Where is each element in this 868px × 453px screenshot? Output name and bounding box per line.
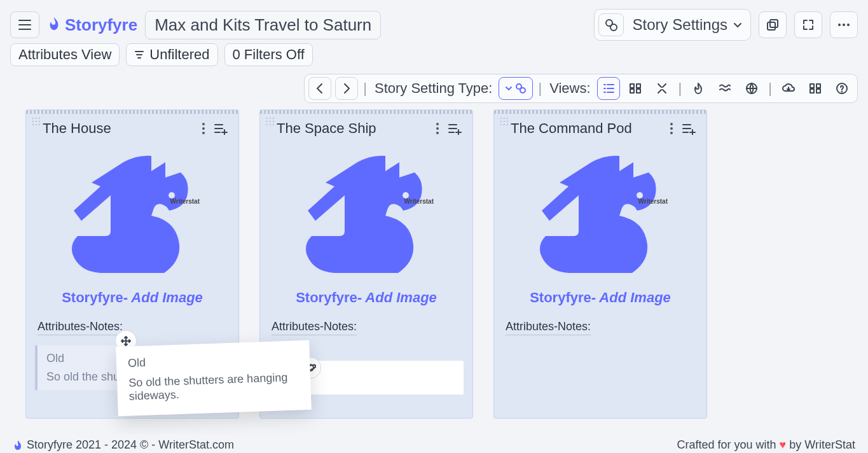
fire-button[interactable]	[687, 77, 710, 100]
view-compact-button[interactable]	[651, 77, 673, 100]
attributes-view-chip[interactable]: Attributes View	[10, 43, 120, 66]
svg-point-20	[842, 92, 843, 92]
card-menu-icon[interactable]	[202, 122, 205, 135]
footer: Storyfyre 2021 - 2024 © - WriterStat.com…	[0, 435, 868, 453]
add-image-label[interactable]: Storyfyre- Add Image	[26, 289, 238, 306]
svg-rect-12	[630, 89, 634, 93]
nav-next-button[interactable]	[335, 77, 358, 100]
filters-off-chip[interactable]: 0 Filters Off	[224, 43, 313, 66]
dashboard-button[interactable]	[804, 77, 827, 100]
cloud-sync-button[interactable]	[777, 77, 800, 100]
setting-card-commandpod[interactable]: The Command Pod Writerstat Storyfyre- Ad…	[493, 109, 707, 419]
svg-rect-13	[637, 89, 640, 93]
view-toolbar: | Story Setting Type: | Views: | |	[0, 71, 868, 109]
add-list-icon[interactable]	[447, 122, 462, 135]
brand-name: Storyfyre	[65, 15, 137, 35]
svg-rect-17	[810, 89, 814, 93]
type-label: Story Setting Type:	[372, 80, 495, 97]
card-title: The Command Pod	[511, 120, 632, 137]
card-title: The House	[43, 120, 111, 137]
filter-icon	[134, 50, 144, 59]
svg-rect-11	[637, 84, 640, 88]
svg-point-5	[838, 24, 841, 26]
svg-point-29	[670, 123, 673, 125]
svg-rect-16	[816, 84, 820, 88]
add-list-icon[interactable]	[681, 122, 696, 135]
dragging-note[interactable]: Old So old the shutters are hanging side…	[116, 340, 312, 417]
svg-rect-3	[770, 20, 778, 27]
drag-handle-icon[interactable]	[499, 116, 508, 125]
fire-icon	[13, 440, 23, 451]
help-button[interactable]	[830, 77, 853, 100]
story-title[interactable]: Max and Kits Travel to Saturn	[145, 11, 381, 39]
svg-rect-18	[816, 89, 820, 93]
card-image-placeholder[interactable]: Writerstat	[50, 143, 215, 289]
filter-chip[interactable]: Unfiltered	[126, 43, 217, 66]
brand-logo[interactable]: Storyfyre	[47, 15, 137, 35]
svg-point-31	[670, 132, 673, 134]
attributes-notes-label: Attributes-Notes:	[38, 320, 123, 335]
add-image-label[interactable]: Storyfyre- Add Image	[260, 289, 472, 306]
more-menu-button[interactable]	[830, 11, 858, 38]
fullscreen-button[interactable]	[794, 11, 822, 38]
svg-rect-10	[630, 84, 634, 88]
story-settings-dropdown[interactable]: Story Settings	[594, 9, 751, 41]
story-settings-label: Story Settings	[633, 16, 727, 34]
views-label: Views:	[547, 80, 593, 97]
drag-handle-icon[interactable]	[31, 116, 40, 125]
type-selector-button[interactable]	[499, 77, 533, 100]
card-image-placeholder[interactable]: Writerstat	[284, 143, 449, 289]
svg-point-23	[202, 132, 205, 134]
hamburger-menu-button[interactable]	[10, 11, 39, 38]
water-button[interactable]	[713, 77, 736, 100]
card-menu-icon[interactable]	[436, 122, 439, 135]
svg-point-22	[202, 127, 205, 130]
add-image-label[interactable]: Storyfyre- Add Image	[494, 289, 706, 306]
svg-point-6	[843, 24, 845, 26]
card-title: The Space Ship	[277, 120, 376, 137]
svg-rect-15	[810, 84, 814, 88]
settings-icon-button[interactable]	[598, 13, 624, 36]
attributes-notes-label: Attributes-Notes:	[506, 320, 591, 335]
svg-point-2	[610, 24, 617, 31]
card-menu-icon[interactable]	[670, 122, 673, 135]
svg-point-24	[436, 123, 439, 125]
svg-point-7	[847, 24, 850, 26]
chevron-down-icon	[733, 20, 743, 30]
add-list-icon[interactable]	[213, 122, 228, 135]
svg-point-26	[436, 132, 439, 134]
card-image-placeholder[interactable]: Writerstat	[518, 143, 683, 289]
chevron-down-icon	[505, 85, 513, 92]
view-list-button[interactable]	[597, 77, 620, 100]
svg-point-9	[520, 88, 525, 93]
drag-handle-icon[interactable]	[265, 116, 274, 125]
nav-prev-button[interactable]	[308, 77, 331, 100]
svg-point-25	[436, 127, 439, 130]
globe-button[interactable]	[740, 77, 763, 100]
duplicate-button[interactable]	[759, 11, 787, 38]
svg-point-21	[202, 123, 205, 125]
svg-rect-4	[768, 22, 775, 30]
link-icon	[515, 83, 527, 94]
svg-point-30	[670, 127, 673, 130]
heart-icon: ♥	[780, 438, 787, 451]
view-grid-button[interactable]	[624, 77, 647, 100]
attributes-notes-label: Attributes-Notes:	[272, 320, 357, 335]
